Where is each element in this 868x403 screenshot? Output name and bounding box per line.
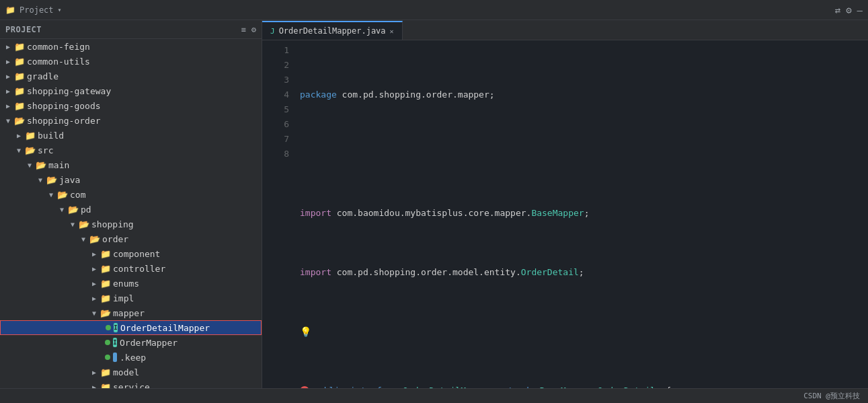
status-bar: CSDN @预立科技 [0,388,868,403]
folder-icon-shopping: 📂 [78,219,90,229]
tree-item-com[interactable]: ▼ 📂 com [0,187,262,202]
folder-icon-build: 📁 [24,131,36,141]
arrow-com: ▼ [46,191,56,198]
hint-bulb-icon: 💡 [300,324,311,339]
sidebar-header: Project ≡ ⚙ [0,20,262,39]
folder-icon-src: 📂 [24,145,36,155]
tree-item-java[interactable]: ▼ 📂 java [0,172,262,187]
tree-item-order-mapper[interactable]: I OrderMapper [0,335,262,350]
code-line-3: import com.baomidou.mybatisplus.core.map… [300,206,863,221]
tree-item-shopping[interactable]: ▼ 📂 shopping [0,217,262,231]
arrow-gradle: ▶ [3,73,13,80]
dropdown-arrow[interactable]: ▾ [58,6,62,13]
label-enums: enums [113,279,139,289]
label-model: model [113,367,139,377]
tree-item-shopping-gateway[interactable]: ▶ 📁 shopping-gateway [0,83,262,98]
settings-sidebar-icon[interactable]: ⚙ [251,25,256,34]
tree-item-gradle[interactable]: ▶ 📁 gradle [0,69,262,83]
arrow-common-feign: ▶ [3,43,13,50]
arrow-common-utils: ▶ [3,58,13,65]
title-bar: 📁 Project ▾ ⇄ ⚙ — [0,0,868,20]
tab-label: OrderDetailMapper.java [279,26,386,36]
folder-icon-pd: 📂 [67,205,79,215]
label-impl: impl [113,293,134,303]
code-line-1: package com.pd.shopping.order.mapper; [300,87,863,102]
collapse-all-icon[interactable]: ≡ [241,25,246,34]
file-icon-keep [105,353,117,362]
tree-item-mapper[interactable]: ▼ 📂 mapper [0,305,262,320]
tree-item-shopping-order[interactable]: ▼ 📂 shopping-order [0,113,262,128]
interface-icon-order-mapper: I [105,338,117,347]
settings-icon[interactable]: ⚙ [846,5,851,15]
folder-icon-gradle: 📁 [13,71,26,81]
arrow-controller: ▶ [89,265,100,272]
main-layout: Project ≡ ⚙ ▶ 📁 common-feign ▶ 📁 common-… [0,20,868,388]
minimize-icon[interactable]: — [857,5,863,15]
tree-item-keep[interactable]: .keep [0,350,262,365]
project-label: Project [19,5,54,15]
code-line-5: 💡 [300,324,863,339]
arrow-shopping-gateway: ▶ [3,87,13,95]
folder-icon-shopping-order: 📂 [13,116,26,126]
tree-item-shopping-goods[interactable]: ▶ 📁 shopping-goods [0,98,262,113]
layout-icon[interactable]: ⇄ [835,5,840,15]
arrow-build: ▶ [13,132,24,139]
title-bar-icons: ⇄ ⚙ — [835,5,863,15]
line-numbers: 1 2 3 4 5 6 7 8 [262,43,294,388]
label-build: build [38,131,64,141]
tree-item-build[interactable]: ▶ 📁 build [0,128,262,143]
arrow-order: ▼ [78,235,89,243]
tree-item-common-feign[interactable]: ▶ 📁 common-feign [0,39,262,54]
label-shopping-goods: shopping-goods [27,101,101,111]
tree-item-pd[interactable]: ▼ 📂 pd [0,202,262,217]
java-file-icon: J [270,27,275,36]
folder-icon-component: 📁 [100,249,112,259]
arrow-shopping-goods: ▶ [3,102,13,110]
label-com: com [70,190,85,200]
tree-item-controller[interactable]: ▶ 📁 controller [0,261,262,276]
arrow-component: ▶ [89,250,100,258]
tree-item-model[interactable]: ▶ 📁 model [0,365,262,379]
label-order: order [102,234,128,244]
tree-item-main[interactable]: ▼ 📂 main [0,157,262,172]
label-order-detail-mapper: OrderDetailMapper [120,323,210,333]
arrow-pd: ▼ [56,206,67,213]
folder-icon: 📁 [5,5,15,15]
folder-icon-enums: 📁 [100,279,112,289]
arrow-enums: ▶ [89,280,100,287]
folder-icon-impl: 📁 [100,293,112,303]
status-right-text: CSDN @预立科技 [803,391,860,401]
title-bar-project: 📁 Project ▾ [5,5,62,15]
arrow-impl: ▶ [89,295,100,302]
sidebar[interactable]: Project ≡ ⚙ ▶ 📁 common-feign ▶ 📁 common-… [0,20,262,388]
tree-item-impl[interactable]: ▶ 📁 impl [0,291,262,305]
folder-icon-com: 📂 [56,190,69,200]
tree-item-enums[interactable]: ▶ 📁 enums [0,276,262,291]
tree-item-order-detail-mapper[interactable]: I OrderDetailMapper [0,320,262,335]
arrow-service: ▶ [89,383,100,389]
tab-close-button[interactable]: ✕ [390,28,394,35]
code-editor[interactable]: 1 2 3 4 5 6 7 8 package com.pd.shopping.… [262,40,868,388]
label-gradle: gradle [27,71,58,81]
label-shopping: shopping [91,219,134,229]
folder-icon-java: 📂 [46,175,58,185]
label-common-utils: common-utils [27,57,90,67]
tree-item-src[interactable]: ▼ 📂 src [0,143,262,157]
label-main: main [48,160,69,170]
tree-item-common-utils[interactable]: ▶ 📁 common-utils [0,54,262,69]
tree-item-service[interactable]: ▶ 📁 service [0,379,262,388]
arrow-java: ▼ [35,176,46,184]
folder-icon-shopping-goods: 📁 [13,101,26,111]
arrow-shopping-order: ▼ [3,117,13,124]
folder-icon-controller: 📁 [100,264,112,274]
label-shopping-order: shopping-order [27,116,101,126]
folder-icon-shopping-gateway: 📁 [13,86,26,96]
editor-tab[interactable]: J OrderDetailMapper.java ✕ [262,21,403,40]
label-shopping-gateway: shopping-gateway [27,86,111,96]
code-content[interactable]: package com.pd.shopping.order.mapper; im… [294,43,868,388]
folder-icon-common-feign: 📁 [13,42,26,52]
label-src: src [38,145,53,155]
tree-item-order[interactable]: ▼ 📂 order [0,231,262,246]
tree-item-component[interactable]: ▶ 📁 component [0,246,262,261]
arrow-main: ▼ [24,161,35,169]
